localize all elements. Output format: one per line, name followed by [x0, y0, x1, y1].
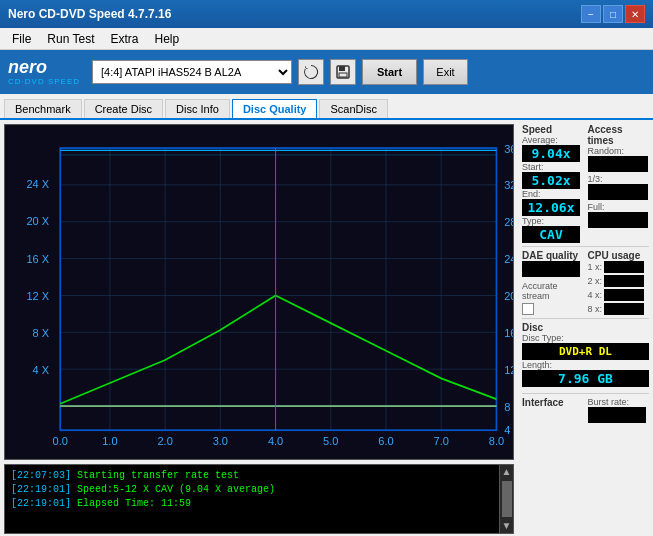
cpu-8x-box: [604, 303, 644, 315]
window-controls[interactable]: − □ ✕: [581, 5, 645, 23]
svg-text:32: 32: [504, 179, 513, 191]
cpu-2x-label: 2 x:: [588, 276, 603, 286]
drive-select[interactable]: [4:4] ATAPI iHAS524 B AL2A: [92, 60, 292, 84]
menu-file[interactable]: File: [4, 30, 39, 48]
cpu-4x-box: [604, 289, 644, 301]
svg-text:4.0: 4.0: [268, 435, 283, 447]
save-icon[interactable]: [330, 59, 356, 85]
svg-text:7.0: 7.0: [434, 435, 449, 447]
svg-text:12: 12: [504, 364, 513, 376]
menu-help[interactable]: Help: [147, 30, 188, 48]
end-value: 12.06x: [522, 199, 580, 216]
start-label: Start:: [522, 162, 584, 172]
disc-length-value: 7.96 GB: [522, 370, 649, 387]
tabs-bar: Benchmark Create Disc Disc Info Disc Qua…: [0, 94, 653, 120]
tab-create-disc[interactable]: Create Disc: [84, 99, 163, 118]
menu-extra[interactable]: Extra: [102, 30, 146, 48]
svg-text:28: 28: [504, 216, 513, 228]
right-panel: Speed Average: 9.04x Start: 5.02x End: 1…: [518, 120, 653, 536]
accurate-stream-label: Accurate stream: [522, 281, 584, 301]
avg-value: 9.04x: [522, 145, 580, 162]
cpu-4x-row: 4 x:: [588, 289, 650, 301]
minimize-button[interactable]: −: [581, 5, 601, 23]
log-entry-2: [22:19:01] Elapsed Time: 11:59: [11, 497, 493, 511]
svg-text:2.0: 2.0: [157, 435, 172, 447]
burst-value-box: [588, 407, 646, 423]
divider-1: [522, 246, 649, 247]
cpu-1x-label: 1 x:: [588, 262, 603, 272]
tab-scan-disc[interactable]: ScanDisc: [319, 99, 387, 118]
svg-text:24 X: 24 X: [26, 178, 49, 190]
refresh-icon[interactable]: [298, 59, 324, 85]
svg-text:16: 16: [504, 327, 513, 339]
cpu-1x-row: 1 x:: [588, 261, 650, 273]
menu-run-test[interactable]: Run Test: [39, 30, 102, 48]
cpu-title: CPU usage: [588, 250, 650, 261]
interface-section: Interface Burst rate:: [522, 397, 649, 423]
tab-disc-quality[interactable]: Disc Quality: [232, 99, 318, 118]
access-title: Access times: [588, 124, 650, 146]
interface-col: Interface: [522, 397, 584, 423]
svg-text:4: 4: [504, 423, 510, 435]
start-button[interactable]: Start: [362, 59, 417, 85]
log-entry-0: [22:07:03] Starting transfer rate test: [11, 469, 493, 483]
tab-benchmark[interactable]: Benchmark: [4, 99, 82, 118]
dae-section: DAE quality Accurate stream: [522, 250, 584, 315]
end-label: End:: [522, 189, 584, 199]
log-area: [22:07:03] Starting transfer rate test […: [4, 464, 514, 534]
speed-section: Speed Average: 9.04x Start: 5.02x End: 1…: [522, 124, 584, 243]
scroll-up-arrow[interactable]: ▲: [502, 465, 512, 479]
svg-text:36: 36: [504, 142, 513, 154]
svg-text:3.0: 3.0: [213, 435, 228, 447]
svg-text:4 X: 4 X: [33, 364, 50, 376]
scroll-down-arrow[interactable]: ▼: [502, 519, 512, 533]
title-bar: Nero CD-DVD Speed 4.7.7.16 − □ ✕: [0, 0, 653, 28]
divider-2: [522, 318, 649, 319]
avg-label: Average:: [522, 135, 584, 145]
app-title: Nero CD-DVD Speed 4.7.7.16: [8, 7, 171, 21]
svg-text:8 X: 8 X: [33, 327, 50, 339]
random-label: Random:: [588, 146, 650, 156]
cpu-1x-box: [604, 261, 644, 273]
svg-text:20: 20: [504, 290, 513, 302]
accurate-stream-row: [522, 303, 584, 315]
svg-text:6.0: 6.0: [378, 435, 393, 447]
svg-text:0.0: 0.0: [53, 435, 68, 447]
main-content: 24 X 20 X 16 X 12 X 8 X 4 X 36 32 28 24 …: [0, 120, 653, 536]
chart-area: 24 X 20 X 16 X 12 X 8 X 4 X 36 32 28 24 …: [4, 124, 514, 460]
speed-access-section: Speed Average: 9.04x Start: 5.02x End: 1…: [522, 124, 649, 243]
dae-cpu-section: DAE quality Accurate stream CPU usage 1 …: [522, 250, 649, 315]
log-scrollbar[interactable]: ▲ ▼: [499, 465, 513, 533]
dae-value-box: [522, 261, 580, 277]
dae-title: DAE quality: [522, 250, 584, 261]
exit-button[interactable]: Exit: [423, 59, 468, 85]
scroll-thumb[interactable]: [502, 481, 512, 517]
cpu-section: CPU usage 1 x: 2 x: 4 x: 8 x:: [588, 250, 650, 315]
full-label: Full:: [588, 202, 650, 212]
svg-text:8.0: 8.0: [489, 435, 504, 447]
disc-section: Disc Disc Type: DVD+R DL Length: 7.96 GB: [522, 322, 649, 387]
disc-type-sublabel: Disc Type:: [522, 333, 649, 343]
accurate-stream-checkbox[interactable]: [522, 303, 534, 315]
disc-length-label: Length:: [522, 360, 649, 370]
svg-text:16 X: 16 X: [26, 253, 49, 265]
log-content: [22:07:03] Starting transfer rate test […: [5, 465, 499, 533]
svg-text:12 X: 12 X: [26, 290, 49, 302]
full-value-box: [588, 212, 648, 228]
maximize-button[interactable]: □: [603, 5, 623, 23]
type-label: Type:: [522, 216, 584, 226]
svg-rect-2: [339, 73, 347, 77]
svg-text:1.0: 1.0: [102, 435, 117, 447]
tab-disc-info[interactable]: Disc Info: [165, 99, 230, 118]
burst-label: Burst rate:: [588, 397, 650, 407]
disc-type-label: Disc: [522, 322, 649, 333]
random-value-box: [588, 156, 648, 172]
menu-bar: File Run Test Extra Help: [0, 28, 653, 50]
divider-3: [522, 393, 649, 394]
svg-text:8: 8: [504, 400, 510, 412]
start-value: 5.02x: [522, 172, 580, 189]
cpu-8x-label: 8 x:: [588, 304, 603, 314]
burst-col: Burst rate:: [588, 397, 650, 423]
one-third-label: 1/3:: [588, 174, 650, 184]
close-button[interactable]: ✕: [625, 5, 645, 23]
